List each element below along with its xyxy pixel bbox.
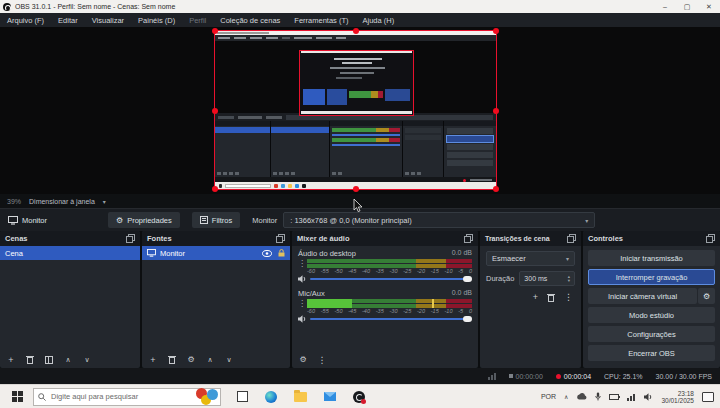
start-button[interactable]	[12, 391, 23, 402]
maximize-button[interactable]: ▢	[676, 3, 698, 11]
preview-canvas[interactable]	[0, 27, 720, 194]
obs-window: OBS 31.0.1 - Perfil: Sem nome - Cenas: S…	[0, 0, 720, 408]
chevron-down-icon[interactable]: ▾	[103, 198, 106, 205]
transform-handle-bc[interactable]	[353, 186, 359, 192]
menu-item[interactable]: Perfil	[189, 16, 206, 25]
exit-obs-button[interactable]: Encerrar OBS	[588, 345, 715, 361]
controls-panel: Controles Iniciar transmissão Interrompe…	[583, 231, 720, 368]
close-button[interactable]: ✕	[698, 3, 720, 11]
transform-handle-tr[interactable]	[493, 28, 499, 34]
mixer-title: Mixer de áudio	[297, 234, 350, 243]
move-source-up-button[interactable]: ∧	[205, 355, 215, 365]
settings-button[interactable]: Configurações	[588, 326, 715, 342]
mixer-menu-icon[interactable]: ⋮	[317, 355, 327, 365]
obs-taskbar-icon[interactable]	[353, 391, 365, 403]
search-highlights-icon[interactable]	[196, 386, 218, 408]
file-explorer-icon[interactable]	[294, 392, 307, 402]
scene-item-label: Cena	[5, 249, 23, 258]
network-icon[interactable]	[627, 393, 636, 401]
menu-item[interactable]: Editar	[58, 16, 78, 25]
add-source-button[interactable]: +	[148, 355, 158, 365]
volume-meter	[307, 299, 472, 308]
add-transition-button[interactable]: +	[533, 292, 538, 302]
popout-icon[interactable]	[464, 234, 473, 243]
remove-scene-button[interactable]	[25, 355, 35, 365]
volume-slider[interactable]	[310, 275, 472, 283]
action-center-icon[interactable]	[702, 392, 714, 402]
microphone-icon[interactable]	[595, 392, 601, 401]
stop-recording-button[interactable]: Interromper gravação	[588, 269, 715, 285]
sources-title: Fontes	[147, 234, 172, 243]
studio-mode-button[interactable]: Modo estúdio	[588, 307, 715, 323]
filters-button[interactable]: Filtros	[192, 212, 240, 228]
remove-source-button[interactable]	[167, 355, 177, 365]
mail-app-icon[interactable]	[324, 392, 336, 401]
transition-menu-icon[interactable]: ⋮	[564, 292, 573, 302]
task-view-icon[interactable]	[237, 391, 248, 402]
duration-spinner[interactable]: 300 ms ▴ ▾	[519, 271, 575, 286]
volume-slider-knob[interactable]	[463, 276, 472, 282]
start-virtual-camera-button[interactable]: Iniciar câmera virtual	[588, 288, 697, 304]
channel-menu-icon[interactable]: ⋮	[298, 259, 304, 268]
trash-icon	[26, 355, 34, 364]
popout-icon[interactable]	[276, 234, 285, 243]
transform-handle-mr[interactable]	[493, 108, 499, 114]
spinner-down-icon[interactable]: ▾	[568, 279, 570, 283]
remove-transition-button[interactable]	[547, 293, 555, 302]
taskbar-clock[interactable]: 23:18 30/01/2025	[661, 390, 694, 404]
channel-menu-icon[interactable]: ⋮	[298, 299, 304, 308]
audio-mixer-panel: Mixer de áudio Áudio do desktop 0.0 dB ⋮	[292, 231, 478, 368]
display-select-value: : 1366x768 @ 0,0 (Monitor principal)	[290, 216, 411, 225]
captured-display-source[interactable]	[214, 30, 497, 190]
edge-browser-icon[interactable]	[265, 391, 277, 403]
popout-icon[interactable]	[706, 234, 715, 243]
volume-slider-knob[interactable]	[463, 316, 472, 322]
speaker-icon[interactable]	[298, 315, 307, 323]
language-indicator[interactable]: POR	[541, 393, 556, 400]
transform-handle-tl[interactable]	[212, 28, 218, 34]
advanced-audio-button[interactable]: ⚙	[298, 355, 308, 365]
channel-db: 0.0 dB	[452, 289, 472, 298]
scene-item[interactable]: Cena	[0, 246, 140, 260]
onedrive-icon[interactable]	[576, 393, 587, 400]
virtual-camera-config-button[interactable]: ⚙	[698, 288, 715, 304]
menu-item[interactable]: Coleção de cenas	[220, 16, 280, 25]
move-source-down-button[interactable]: ∨	[224, 355, 234, 365]
mouse-cursor	[353, 199, 363, 213]
transform-handle-tc[interactable]	[353, 28, 359, 34]
scenes-panel: Cenas Cena +	[0, 231, 140, 368]
display-select[interactable]: : 1366x768 @ 0,0 (Monitor principal) ▾	[283, 212, 595, 228]
menu-item[interactable]: Ajuda (H)	[363, 16, 395, 25]
minimize-button[interactable]: –	[654, 3, 676, 10]
volume-icon[interactable]	[644, 393, 653, 401]
properties-button[interactable]: ⚙ Propriedades	[108, 212, 180, 228]
duration-label: Duração	[486, 274, 514, 283]
move-scene-up-button[interactable]: ∧	[63, 355, 73, 365]
volume-slider[interactable]	[310, 315, 472, 323]
taskbar-search[interactable]: Digite aqui para pesquisar	[33, 388, 221, 406]
transform-handle-br[interactable]	[493, 186, 499, 192]
menu-item[interactable]: Ferramentas (T)	[294, 16, 348, 25]
stream-timer: 00:00:00	[509, 373, 543, 380]
lock-icon[interactable]	[278, 249, 285, 257]
preview-scale-mode[interactable]: Dimensionar à janela	[29, 198, 95, 205]
popout-icon[interactable]	[567, 234, 576, 243]
scene-filters-button[interactable]	[44, 355, 54, 365]
source-item[interactable]: Monitor	[142, 246, 290, 260]
popout-icon[interactable]	[126, 234, 135, 243]
transform-handle-bl[interactable]	[212, 186, 218, 192]
speaker-icon[interactable]	[298, 275, 307, 283]
menu-item[interactable]: Visualizar	[92, 16, 124, 25]
menu-item[interactable]: Arquivo (F)	[7, 16, 44, 25]
preview-mini-viewport	[215, 41, 496, 113]
transition-select[interactable]: Esmaecer ▾	[486, 251, 575, 266]
move-scene-down-button[interactable]: ∨	[82, 355, 92, 365]
battery-icon[interactable]	[609, 394, 619, 400]
add-scene-button[interactable]: +	[6, 355, 16, 365]
source-properties-button[interactable]: ⚙	[186, 355, 196, 365]
menu-item[interactable]: Painéis (D)	[138, 16, 175, 25]
start-streaming-button[interactable]: Iniciar transmissão	[588, 250, 715, 266]
transform-handle-ml[interactable]	[212, 108, 218, 114]
hidden-icons-chevron[interactable]: ∧	[564, 393, 568, 400]
visibility-eye-icon[interactable]	[262, 250, 272, 257]
